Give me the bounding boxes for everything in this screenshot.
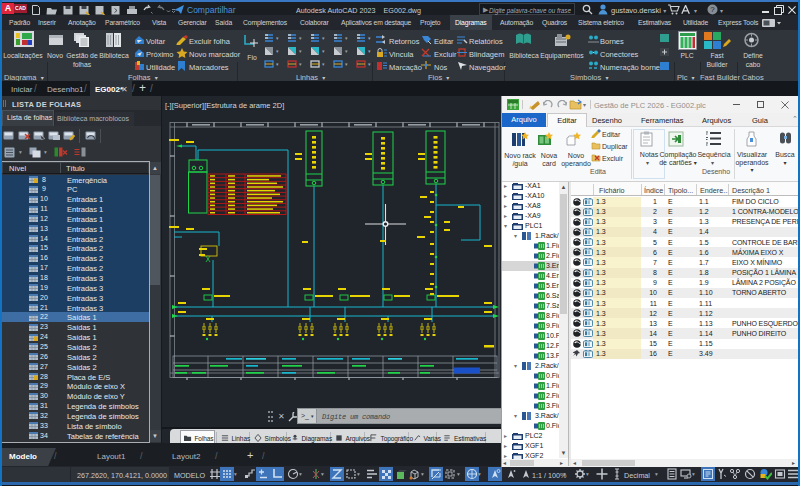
svg-text:[-][Superior][Estrutura de ara: [-][Superior][Estrutura de arame 2D]: [165, 101, 284, 110]
svg-text:?: ?: [710, 5, 715, 14]
